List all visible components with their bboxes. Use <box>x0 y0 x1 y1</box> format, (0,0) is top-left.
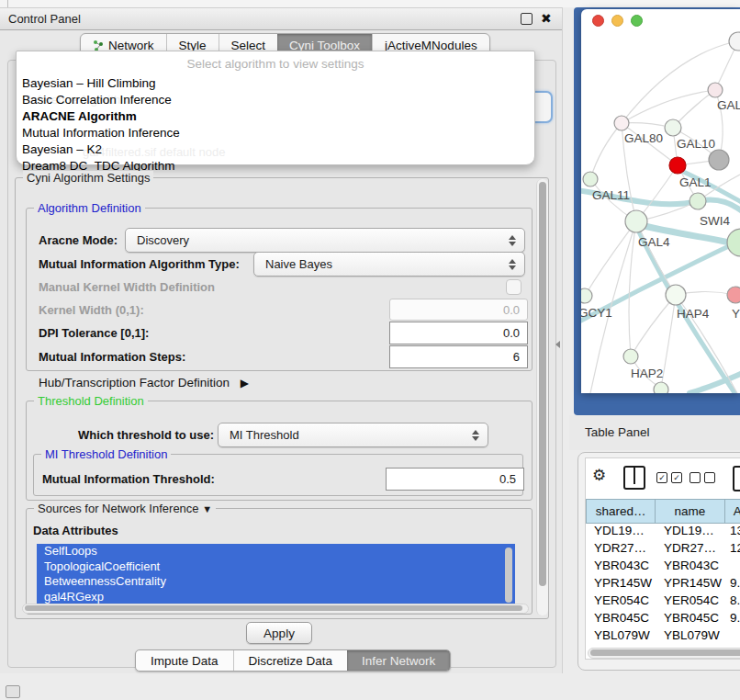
apply-button[interactable]: Apply <box>246 622 312 644</box>
nodes <box>581 32 740 393</box>
unchecked-box-icon <box>690 472 701 483</box>
node-gray[interactable] <box>709 150 729 170</box>
dropdown-item[interactable]: Basic Correlation Inference <box>17 92 534 108</box>
node-bottom-partial[interactable] <box>654 382 668 393</box>
node-gal10[interactable] <box>665 119 681 136</box>
group-title: Cyni Algorithm Settings <box>23 171 153 185</box>
node-hap2[interactable] <box>623 349 638 364</box>
tab-label: Discretize Data <box>249 654 333 668</box>
data-attributes-list[interactable]: SelfLoops TopologicalCoefficient Between… <box>37 544 515 608</box>
float-window-icon[interactable] <box>521 13 533 25</box>
column-header-partial[interactable]: A <box>725 499 740 524</box>
mi-algorithm-type-combobox[interactable]: Naive Bayes <box>253 252 525 277</box>
table-row[interactable]: YPR145WYPR145W9. <box>586 576 740 593</box>
kernel-width-field[interactable]: 0.0 <box>389 299 528 321</box>
table-row[interactable]: YBR045CYBR045C9. <box>586 611 740 628</box>
node-right-large[interactable] <box>727 229 740 256</box>
splitter-arrow-icon[interactable] <box>555 341 560 348</box>
dpi-tolerance-field[interactable]: 0.0 <box>389 322 528 344</box>
scrollbar-thumb[interactable] <box>590 649 740 656</box>
manual-kernel-width-checkbox[interactable] <box>506 279 521 295</box>
hub-definition-expander[interactable]: Hub/Transcription Factor Definition ▶ <box>39 376 249 390</box>
traffic-zoom-icon[interactable] <box>631 15 643 27</box>
mi-threshold-field[interactable]: 0.5 <box>386 468 524 491</box>
node-gal80[interactable] <box>614 116 629 130</box>
which-threshold-combobox[interactable]: MI Threshold <box>218 423 488 447</box>
node-label: SWI4 <box>700 214 730 228</box>
node-gal-partial[interactable] <box>708 83 723 97</box>
table-row[interactable]: YBR043CYBR043C <box>586 559 740 576</box>
dropdown-item[interactable]: Mutual Information Inference <box>17 125 534 141</box>
minimized-panel-icon[interactable] <box>6 685 20 698</box>
sources-title: Sources for Network Inference <box>38 502 199 515</box>
list-horizontal-scrollbar[interactable] <box>22 604 529 614</box>
traffic-minimize-icon[interactable] <box>611 15 623 27</box>
node-gal11[interactable] <box>583 172 598 186</box>
node-label: GAL <box>717 98 740 112</box>
stepper-icon <box>470 430 480 441</box>
scrollbar-thumb[interactable] <box>539 182 546 586</box>
scrollbar-thumb[interactable] <box>25 605 522 611</box>
list-item[interactable]: BetweennessCentrality <box>37 574 515 590</box>
list-scrollbar-thumb[interactable] <box>505 548 512 603</box>
hub-definition-label: Hub/Transcription Factor Definition <box>39 376 230 390</box>
aracne-mode-combobox[interactable]: Discovery <box>125 228 525 253</box>
table-header: shared… name A <box>586 499 740 524</box>
network-canvas[interactable]: GAL GAL80 GAL10 GAL1 GAL11 SWI4 GAL4 GCY… <box>581 29 740 393</box>
node-gal4[interactable] <box>625 210 647 232</box>
node-label: GAL80 <box>624 131 663 145</box>
group-title: MI Threshold Definition <box>41 447 171 461</box>
column-header-name[interactable]: name <box>656 499 724 524</box>
list-item[interactable]: TopologicalCoefficient <box>37 559 515 575</box>
gear-icon[interactable]: ⚙ <box>592 468 606 483</box>
list-item[interactable]: gal4RGexp <box>37 590 515 605</box>
traffic-close-icon[interactable] <box>592 15 604 27</box>
table-row[interactable]: YBL079WYBL079W <box>586 628 740 646</box>
node-salmon[interactable] <box>727 287 740 303</box>
thick-edges <box>581 169 740 393</box>
table-row[interactable]: YDL19…YDL19…13 <box>586 524 740 541</box>
tab-impute-data[interactable]: Impute Data <box>136 650 233 671</box>
deselect-all-columns-icon[interactable] <box>690 472 715 483</box>
checked-box-icon: ✓ <box>656 472 667 483</box>
settings-vertical-scrollbar[interactable] <box>536 179 548 615</box>
chevron-down-icon[interactable]: ▼ <box>202 503 212 514</box>
combobox-value: Naive Bayes <box>254 257 507 271</box>
mi-steps-field[interactable]: 6 <box>389 345 528 368</box>
node-label: GAL4 <box>638 235 670 249</box>
node-gcy1[interactable] <box>581 288 592 303</box>
select-all-columns-icon[interactable]: ✓ ✓ <box>656 472 682 483</box>
table-body: YDL19…YDL19…13 YDR27…YDR27…12 YBR043CYBR… <box>586 524 740 652</box>
tab-discretize-data[interactable]: Discretize Data <box>233 650 348 671</box>
dropdown-item[interactable]: Bayesian – K2 <box>17 141 534 158</box>
table-row[interactable]: YDR27…YDR27…12 <box>586 541 740 559</box>
list-item[interactable]: SelfLoops <box>37 544 515 559</box>
field-value: 0.0 <box>503 303 520 317</box>
group-title: Sources for Network Inference ▼ <box>34 502 216 516</box>
table-horizontal-scrollbar[interactable] <box>588 648 740 659</box>
tab-label: Impute Data <box>151 654 219 668</box>
column-header-shared[interactable]: shared… <box>586 499 656 524</box>
dropdown-item[interactable]: Bayesian – Hill Climbing <box>17 75 534 92</box>
document-icon[interactable] <box>733 466 740 491</box>
table-panel-inner: ⚙ ✓ ✓ shared… name A YDL19…YDL19…13 YDR2… <box>585 457 740 660</box>
network-window: GAL GAL80 GAL10 GAL1 GAL11 SWI4 GAL4 GCY… <box>581 9 740 393</box>
split-columns-icon[interactable] <box>623 466 645 490</box>
mi-threshold-label: Mutual Information Threshold: <box>42 472 215 486</box>
dropdown-placeholder: Select algorithm to view settings <box>17 57 534 71</box>
node-label: GAL1 <box>679 175 712 189</box>
manual-kernel-width-label: Manual Kernel Width Definition <box>39 280 215 294</box>
tab-infer-network[interactable]: Infer Network <box>347 650 450 671</box>
node-hap4[interactable] <box>666 285 686 305</box>
table-row[interactable]: YER054CYER054C8. <box>586 593 740 611</box>
dropdown-item-aracne[interactable]: ARACNE Algorithm <box>17 108 534 125</box>
apply-label: Apply <box>263 627 295 640</box>
control-panel-titlebar: Control Panel ✖ <box>0 7 562 30</box>
node-top-partial[interactable] <box>729 32 740 51</box>
chevron-right-icon: ▶ <box>241 377 249 390</box>
node-gal1[interactable] <box>669 157 686 174</box>
close-icon[interactable]: ✖ <box>541 14 552 24</box>
field-value: 0.0 <box>503 326 520 340</box>
node-swi4[interactable] <box>690 193 706 209</box>
node-label: GAL10 <box>677 137 715 151</box>
